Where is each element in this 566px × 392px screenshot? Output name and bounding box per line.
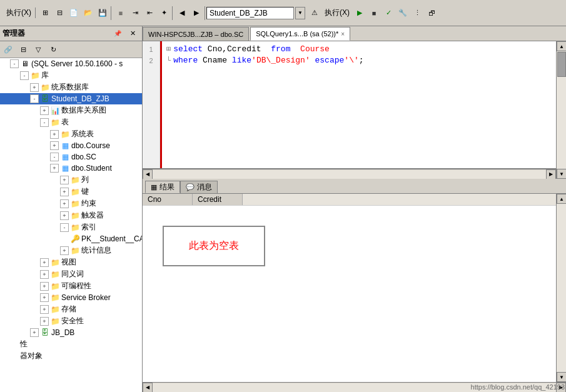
tree-item-student-db[interactable]: - 🗄 Student_DB_ZJB: [0, 93, 142, 104]
tree-item-storage[interactable]: + 📁 存储: [0, 303, 142, 315]
editor-scroll-right-btn[interactable]: ▶: [546, 169, 556, 179]
tree-item-jb-db[interactable]: + 🗄 JB_DB: [0, 327, 142, 338]
results-scroll-up-btn[interactable]: ▲: [557, 194, 566, 204]
toolbar-btn-save[interactable]: 💾: [96, 6, 109, 20]
code-editor[interactable]: 1 2 ⊞ select Cno,Ccredit from Course: [143, 41, 556, 169]
toolbar-btn-1[interactable]: ⊞: [38, 6, 52, 20]
tree-item-views[interactable]: + 📁 视图: [0, 256, 142, 268]
columns-expand-icon[interactable]: +: [60, 176, 69, 184]
tree-item-triggers[interactable]: + 📁 触发器: [0, 209, 142, 221]
sidebar-close-btn[interactable]: ✕: [126, 27, 139, 41]
toolbar-btn-check[interactable]: ✓: [382, 6, 395, 20]
tree-item-columns[interactable]: + 📁 列: [0, 174, 142, 186]
toolbar-btn-outdent[interactable]: ⇤: [143, 6, 156, 20]
tab-query[interactable]: SQLQuery1.s...B (sa (52))* ×: [250, 27, 350, 41]
sidebar-pin-btn[interactable]: 📌: [111, 27, 124, 41]
pk-index-icon: 🔑: [70, 234, 80, 244]
tab-messages[interactable]: 💬 消息: [180, 181, 218, 193]
jb-db-expand-icon[interactable]: +: [30, 328, 39, 337]
editor-scroll-thumb[interactable]: [557, 52, 566, 77]
toolbar-btn-new[interactable]: 📄: [67, 6, 81, 20]
editor-scrollbar-h[interactable]: ◀ ▶: [143, 169, 556, 179]
triggers-expand-icon[interactable]: +: [60, 211, 69, 220]
editor-scroll-left-btn[interactable]: ◀: [143, 169, 153, 179]
sidebar-toolbar-filter[interactable]: ▽: [31, 43, 45, 56]
tree-item-system-tables[interactable]: + 📁 系统表: [0, 128, 142, 140]
tree-item-security[interactable]: + 📁 安全性: [0, 315, 142, 327]
synonyms-expand-icon[interactable]: +: [40, 270, 49, 279]
tree-item-course[interactable]: + ▦ dbo.Course: [0, 140, 142, 151]
toolbar-btn-more[interactable]: ⋮: [410, 6, 424, 20]
indexes-expand-icon[interactable]: -: [60, 223, 69, 232]
toolbar-btn-indent[interactable]: ⇥: [128, 6, 142, 20]
views-expand-icon[interactable]: +: [40, 258, 49, 267]
toolbar-btn-prev[interactable]: ◀: [175, 6, 189, 20]
tree-item-db-root[interactable]: - 📁 库: [0, 69, 142, 81]
code-content[interactable]: ⊞ select Cno,Ccredit from Course └ where: [161, 41, 556, 69]
tab-results[interactable]: ▦ 结果: [145, 181, 180, 193]
tree-item-server[interactable]: - 🖥 (SQL Server 10.50.1600 - s: [0, 58, 142, 69]
toolbar-btn-next[interactable]: ▶: [190, 6, 203, 20]
results-scrollbar-v[interactable]: ▲ ▼: [556, 194, 566, 382]
tree-item-indexes[interactable]: - 📁 索引: [0, 221, 142, 233]
sidebar-toolbar-btn1[interactable]: 🔗: [1, 43, 15, 56]
server-expand-icon[interactable]: -: [10, 59, 19, 68]
course-expand-icon[interactable]: +: [50, 141, 59, 150]
stats-expand-icon[interactable]: +: [60, 246, 69, 255]
editor-scroll-down-btn[interactable]: ▼: [557, 169, 566, 179]
system-dbs-expand-icon[interactable]: +: [30, 83, 39, 92]
tree-item-server-objects[interactable]: 器对象: [0, 350, 142, 362]
db-selector-arrow[interactable]: ▼: [295, 7, 305, 19]
tables-expand-icon[interactable]: -: [40, 118, 49, 127]
tab-query-label: SQLQuery1.s...B (sa (52))*: [256, 30, 338, 38]
sc-expand-icon[interactable]: -: [50, 153, 59, 161]
programmability-expand-icon[interactable]: +: [40, 282, 49, 291]
tree-item-keys[interactable]: + 📁 键: [0, 186, 142, 198]
editor-scrollbar-v[interactable]: ▲ ▼: [556, 41, 566, 179]
toolbar-btn-window[interactable]: 🗗: [425, 6, 438, 20]
db-root-expand-icon[interactable]: -: [20, 71, 29, 80]
student-expand-icon[interactable]: +: [50, 164, 59, 173]
toolbar-btn-warning[interactable]: ⚠: [308, 6, 321, 20]
tree-item-pk-index[interactable]: 🔑 PK__Student__CA1FE4: [0, 233, 142, 244]
results-scroll-left-btn[interactable]: ◀: [143, 383, 153, 393]
toolbar-btn-open[interactable]: 📂: [81, 6, 95, 20]
results-scroll-down-btn[interactable]: ▼: [557, 372, 566, 382]
gutter-line-2: 2: [143, 55, 159, 66]
tab-sc[interactable]: WIN-HSPC5JB...ZJB – dbo.SC: [143, 27, 249, 41]
sidebar-toolbar-refresh[interactable]: ↻: [46, 43, 60, 56]
toolbar-btn-settings[interactable]: 🔧: [396, 6, 410, 20]
tree-item-synonyms[interactable]: + 📁 同义词: [0, 268, 142, 280]
tab-sc-label: WIN-HSPC5JB...ZJB – dbo.SC: [148, 31, 243, 38]
execute-label-right[interactable]: 执行(X): [322, 8, 352, 18]
tree-item-tables[interactable]: - 📁 表: [0, 116, 142, 128]
storage-expand-icon[interactable]: +: [40, 305, 49, 314]
sidebar-toolbar-btn2[interactable]: ⊟: [16, 43, 30, 56]
security-expand-icon[interactable]: +: [40, 317, 49, 326]
service-broker-expand-icon[interactable]: +: [40, 293, 49, 302]
toolbar-btn-2[interactable]: ⊟: [53, 6, 66, 20]
diagram-expand-icon[interactable]: +: [40, 106, 49, 115]
tree-item-student[interactable]: + ▦ dbo.Student: [0, 163, 142, 174]
tree-item-constraints[interactable]: + 📁 约束: [0, 198, 142, 209]
toolbar-btn-comment[interactable]: ✦: [157, 6, 171, 20]
system-tables-expand-icon[interactable]: +: [50, 130, 59, 139]
student-db-expand-icon[interactable]: -: [30, 94, 39, 103]
constraints-expand-icon[interactable]: +: [60, 199, 69, 208]
tree-item-system-dbs[interactable]: + 📁 统系数据库: [0, 81, 142, 93]
system-tables-label: 系统表: [71, 129, 94, 139]
toolbar-btn-align[interactable]: ≡: [114, 6, 128, 20]
tree-item-programmability[interactable]: + 📁 可编程性: [0, 280, 142, 292]
tree-item-property[interactable]: 性: [0, 338, 142, 350]
toolbar-btn-stop[interactable]: ■: [367, 6, 381, 20]
tree-item-service-broker[interactable]: + 📁 Service Broker: [0, 292, 142, 303]
execute-label-left[interactable]: 执行(X): [4, 8, 34, 18]
keys-expand-icon[interactable]: +: [60, 188, 69, 196]
tree-item-diagram[interactable]: + 📊 数据库关系图: [0, 104, 142, 116]
editor-scroll-up-btn[interactable]: ▲: [557, 41, 566, 51]
db-selector[interactable]: Student_DB_ZJB: [206, 7, 294, 19]
tree-item-stats[interactable]: + 📁 统计信息: [0, 244, 142, 256]
tree-item-sc[interactable]: - ▦ dbo.SC: [0, 151, 142, 163]
toolbar-btn-play[interactable]: ▶: [353, 6, 366, 20]
tab-query-close[interactable]: ×: [341, 31, 345, 38]
